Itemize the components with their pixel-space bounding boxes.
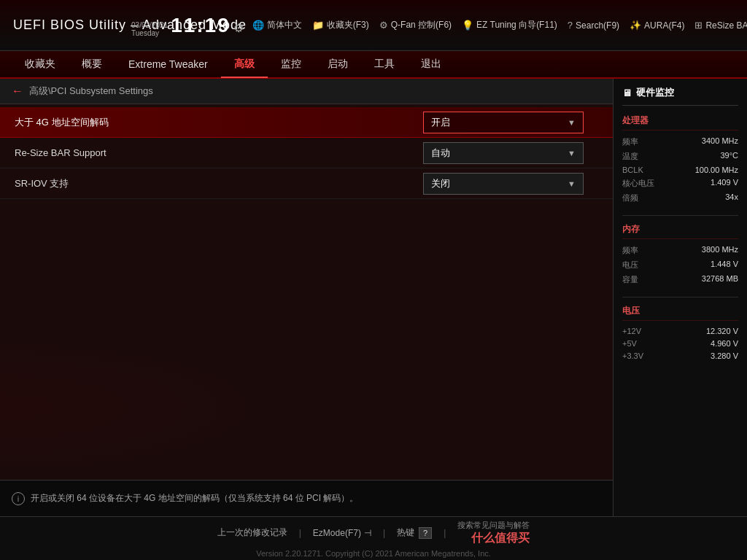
header-tools: 🌐 简体中文 📁 收藏夹(F3) ⚙ Q-Fan 控制(F6) 💡 EZ Tun…	[252, 19, 747, 31]
info-icon: i	[12, 492, 25, 505]
copyright: Version 2.20.1271. Copyright (C) 2021 Am…	[256, 549, 491, 558]
sidebar-section-memory: 内存 频率 3800 MHz 电压 1.448 V 容量 32768 MB	[622, 223, 738, 285]
ez-mode-icon: ⊣	[364, 528, 371, 538]
sidebar-divider-2	[622, 297, 738, 298]
setting-row-4g-decode[interactable]: 大于 4G 地址空间解码 开启 ▼	[0, 107, 613, 138]
dropdown-arrow-icon: ▼	[568, 118, 576, 127]
sidebar-cpu-title: 处理器	[622, 114, 738, 131]
left-content: ← 高级\PCI Subsystem Settings 大于 4G 地址空间解码…	[0, 79, 613, 516]
tool-qfan[interactable]: ⚙ Q-Fan 控制(F6)	[379, 19, 452, 31]
ez-mode-link[interactable]: EzMode(F7) ⊣	[313, 528, 371, 538]
footer: 上一次的修改记录 | EzMode(F7) ⊣ | 热键 ? | 搜索常见问题与…	[0, 516, 747, 560]
dropdown-sr-iov[interactable]: 关闭 ▼	[423, 173, 584, 195]
tool-favorites[interactable]: 📁 收藏夹(F3)	[312, 19, 369, 31]
datetime: 03/02/2021 Tuesday	[131, 21, 168, 37]
setting-value-sr-iov: 关闭 ▼	[423, 173, 598, 195]
sidebar-row-bclk: BCLK 100.00 MHz	[622, 166, 738, 174]
sidebar-row-12v: +12V 12.320 V	[622, 327, 738, 335]
qfan-icon: ⚙	[379, 20, 388, 31]
setting-value-4g-decode: 开启 ▼	[423, 112, 598, 133]
sidebar-row-temp: 温度 39°C	[622, 151, 738, 162]
sidebar-row-mem-voltage: 电压 1.448 V	[622, 260, 738, 271]
nav-favorites[interactable]: 收藏夹	[12, 50, 69, 78]
tool-search[interactable]: ? Search(F9)	[568, 20, 619, 31]
nav-advanced[interactable]: 高级	[221, 50, 268, 78]
last-modified-link[interactable]: 上一次的修改记录	[217, 526, 287, 539]
dropdown-arrow-3-icon: ▼	[568, 179, 576, 188]
setting-label-sr-iov: SR-IOV 支持	[15, 177, 423, 190]
back-arrow-icon[interactable]: ←	[12, 85, 23, 98]
nav-exit[interactable]: 退出	[408, 50, 454, 78]
sidebar-divider-1	[622, 215, 738, 216]
sidebar-row-3v3: +3.3V 3.280 V	[622, 351, 738, 360]
sidebar-row-mem-capacity: 容量 32768 MB	[622, 274, 738, 285]
main-wrapper: ← 高级\PCI Subsystem Settings 大于 4G 地址空间解码…	[0, 79, 747, 560]
tool-language[interactable]: 🌐 简体中文	[252, 19, 302, 31]
sidebar-row-core-voltage: 核心电压 1.409 V	[622, 178, 738, 189]
tool-aura[interactable]: ✨ AURA(F4)	[630, 20, 684, 31]
monitor-icon: 🖥	[622, 88, 632, 98]
navbar: 收藏夹 概要 Extreme Tweaker 高级 监控 启动 工具 退出	[0, 51, 747, 79]
status-message: 开启或关闭 64 位设备在大于 4G 地址空间的解码（仅当系统支持 64 位 P…	[31, 492, 358, 505]
sidebar-section-cpu: 处理器 频率 3400 MHz 温度 39°C BCLK 100.00 MHz …	[622, 114, 738, 203]
hotkey-section: 热键 ?	[397, 526, 432, 539]
dropdown-resize-bar[interactable]: 自动 ▼	[423, 142, 584, 164]
header: UEFI BIOS Utility – Advanced Mode 03/02/…	[0, 0, 747, 51]
nav-monitor[interactable]: 监控	[268, 50, 314, 78]
setting-label-4g-decode: 大于 4G 地址空间解码	[15, 116, 423, 129]
brand-search: 搜索常见问题与解答 什么值得买	[457, 520, 530, 546]
footer-sep-1: |	[299, 528, 301, 538]
hardware-monitor-sidebar: 🖥 硬件监控 处理器 频率 3400 MHz 温度 39°C BCLK 100.…	[613, 79, 747, 516]
favorites-icon: 📁	[312, 20, 324, 31]
sidebar-row-freq: 频率 3400 MHz	[622, 136, 738, 147]
eztuning-icon: 💡	[462, 20, 473, 31]
sidebar-section-voltage: 电压 +12V 12.320 V +5V 4.960 V +3.3V 3.280…	[622, 305, 738, 360]
clock: 11:19	[171, 14, 231, 37]
sidebar-memory-title: 内存	[622, 223, 738, 239]
aura-icon: ✨	[630, 20, 641, 31]
content-with-sidebar: ← 高级\PCI Subsystem Settings 大于 4G 地址空间解码…	[0, 79, 747, 516]
sidebar-voltage-title: 电压	[622, 305, 738, 321]
footer-sep-2: |	[383, 528, 385, 538]
search-question-icon: ?	[568, 20, 573, 31]
logo-area: UEFI BIOS Utility – Advanced Mode	[7, 12, 104, 39]
nav-boot[interactable]: 启动	[314, 50, 361, 78]
setting-label-resize-bar: Re-Size BAR Support	[15, 147, 423, 158]
sidebar-row-mem-freq: 频率 3800 MHz	[622, 245, 738, 256]
language-icon: 🌐	[252, 20, 264, 31]
setting-row-sr-iov[interactable]: SR-IOV 支持 关闭 ▼	[0, 168, 613, 199]
breadcrumb: ← 高级\PCI Subsystem Settings	[0, 79, 613, 104]
setting-value-resize-bar: 自动 ▼	[423, 142, 598, 164]
settings-gear-icon[interactable]: ⚙	[233, 21, 244, 35]
resizebar-icon: ⊞	[694, 20, 703, 31]
sidebar-row-5v: +5V 4.960 V	[622, 339, 738, 348]
tool-resizebar[interactable]: ⊞ ReSize BAR	[694, 20, 747, 31]
setting-row-resize-bar[interactable]: Re-Size BAR Support 自动 ▼	[0, 138, 613, 168]
nav-tools[interactable]: 工具	[361, 50, 408, 78]
hotkey-box[interactable]: ?	[419, 527, 432, 539]
sidebar-row-multiplier: 倍频 34x	[622, 192, 738, 203]
dropdown-arrow-2-icon: ▼	[568, 149, 576, 158]
status-bar: i 开启或关闭 64 位设备在大于 4G 地址空间的解码（仅当系统支持 64 位…	[0, 480, 613, 516]
sidebar-title: 🖥 硬件监控	[622, 86, 738, 106]
dropdown-4g-decode[interactable]: 开启 ▼	[423, 112, 584, 133]
nav-extreme-tweaker[interactable]: Extreme Tweaker	[115, 50, 221, 78]
footer-sep-3: |	[444, 528, 446, 538]
nav-overview[interactable]: 概要	[69, 50, 115, 78]
footer-links: 上一次的修改记录 | EzMode(F7) ⊣ | 热键 ? | 搜索常见问题与…	[217, 520, 530, 546]
settings-list: 大于 4G 地址空间解码 开启 ▼ Re-Size BAR Support 自动	[0, 104, 613, 480]
tool-eztuning[interactable]: 💡 EZ Tuning 向导(F11)	[462, 19, 557, 31]
